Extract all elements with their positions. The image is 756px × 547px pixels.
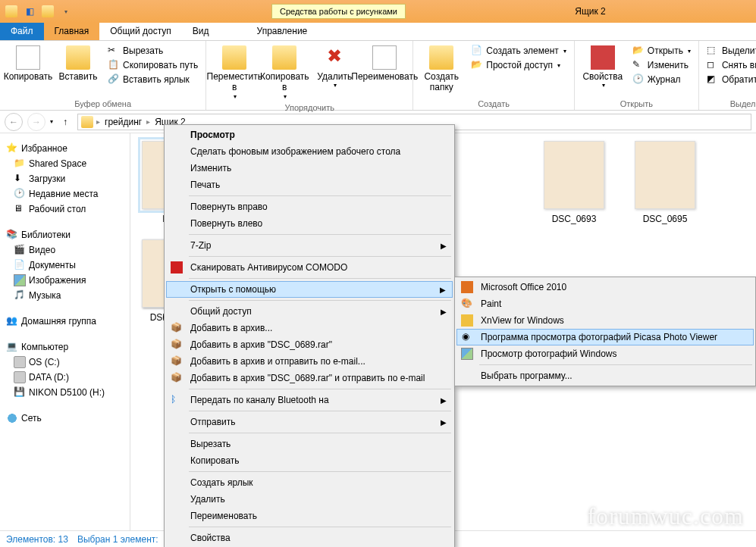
picasa-icon: ◉ [462, 331, 474, 343]
sub-winphoto[interactable]: Просмотр фотографий Windows [456, 345, 754, 362]
ctx-open-with[interactable]: Открыть с помощью▶ [166, 281, 453, 298]
separator [189, 527, 451, 527]
back-button[interactable]: ← [5, 113, 23, 131]
tab-file[interactable]: Файл [0, 23, 44, 40]
ctx-set-background[interactable]: Сделать фоновым изображением рабочего ст… [166, 143, 453, 160]
copyto-button[interactable]: Копировать в▾ [261, 44, 308, 102]
sidebar-video[interactable]: 🎬Видео [0, 242, 130, 258]
sidebar-documents[interactable]: 📄Документы [0, 258, 130, 273]
ctx-share[interactable]: Общий доступ▶ [166, 303, 453, 320]
up-button[interactable]: ↑ [58, 114, 73, 130]
sub-paint[interactable]: 🎨Paint [456, 295, 754, 312]
sdcard-icon: 💾 [14, 386, 26, 399]
sidebar-music[interactable]: 🎵Музыка [0, 288, 130, 303]
paste-button[interactable]: Вставить [55, 44, 102, 83]
file-item[interactable]: DSC_0695 [631, 141, 699, 224]
ctx-rename[interactable]: Переименовать [166, 508, 453, 524]
folder-icon [81, 116, 93, 128]
scissors-icon: ✂ [108, 45, 120, 57]
paint-icon: 🎨 [461, 298, 473, 310]
ctx-add-archive[interactable]: 📦Добавить в архив... [166, 320, 453, 336]
ctx-7zip[interactable]: 7-Zip▶ [166, 237, 453, 254]
ribbon-tabs: Файл Главная Общий доступ Вид Управление [0, 23, 756, 41]
tab-home[interactable]: Главная [44, 23, 100, 40]
edit-icon: ✎ [632, 59, 645, 71]
copy-button[interactable]: Копировать [5, 44, 52, 83]
sub-picasa[interactable]: ◉Программа просмотра фотографий Picasa P… [456, 329, 754, 345]
paste-shortcut-button[interactable]: 🔗Вставить ярлык [105, 73, 201, 86]
ctx-rotate-left[interactable]: Повернуть влево [166, 215, 453, 232]
ctx-rotate-right[interactable]: Повернуть вправо [166, 198, 453, 215]
qat-properties-icon[interactable]: ◧ [21, 3, 38, 20]
breadcrumb-1[interactable]: грейдинг [103, 117, 143, 127]
history-dropdown-icon[interactable]: ▾ [50, 118, 53, 125]
qat-icon[interactable] [3, 3, 20, 20]
qat-newfolder-icon[interactable] [39, 3, 56, 20]
ctx-archive-email[interactable]: 📦Добавить в архив и отправить по e-mail.… [166, 353, 453, 370]
sidebar-homegroup[interactable]: 👥Домашняя группа [0, 314, 130, 329]
sidebar-libraries[interactable]: 📚Библиотеки [0, 227, 130, 242]
tab-view[interactable]: Вид [182, 23, 220, 40]
sidebar-network[interactable]: Сеть [0, 411, 130, 426]
ctx-sendto[interactable]: Отправить▶ [166, 414, 453, 430]
newitem-button[interactable]: 📄Создать элемент▾ [468, 44, 569, 58]
selectall-icon: ⬚ [707, 45, 719, 57]
chevron-right-icon[interactable]: ▸ [146, 117, 150, 126]
ctx-copy[interactable]: Копировать [166, 452, 453, 469]
shortcut-icon: 🔗 [108, 73, 120, 86]
history-button[interactable]: 🕑Журнал [629, 73, 694, 86]
sidebar-drive-c[interactable]: OS (C:) [0, 355, 130, 370]
ctx-edit[interactable]: Изменить [166, 160, 453, 177]
chevron-right-icon[interactable]: ▸ [96, 117, 100, 126]
ctx-archive-named-email[interactable]: 📦Добавить в архив "DSC_0689.rar" и отпра… [166, 370, 453, 386]
sidebar-drive-h[interactable]: 💾NIKON D5100 (H:) [0, 385, 130, 400]
sidebar-desktop[interactable]: 🖥Рабочий стол [0, 202, 130, 217]
thumbnail [635, 141, 695, 209]
rename-button[interactable]: Переименовать [361, 44, 408, 83]
sub-choose-program[interactable]: Выбрать программу... [456, 367, 754, 384]
ctx-cut[interactable]: Вырезать [166, 436, 453, 452]
easyaccess-button[interactable]: 📂Простой доступ▾ [468, 58, 569, 72]
delete-button[interactable]: ✖Удалить▾ [311, 44, 358, 91]
sidebar-drive-d[interactable]: DATA (D:) [0, 370, 130, 385]
forward-button[interactable]: → [27, 113, 45, 131]
sidebar-computer[interactable]: 💻Компьютер [0, 339, 130, 355]
ctx-bluetooth[interactable]: ᛒПередать по каналу Bluetooth на▶ [166, 392, 453, 408]
file-item[interactable]: DSC_0693 [540, 141, 608, 224]
separator [189, 278, 451, 279]
properties-button[interactable]: Свойства▾ [579, 44, 626, 91]
copypath-button[interactable]: 📋Скопировать путь [105, 58, 201, 72]
tab-manage[interactable]: Управление [246, 23, 318, 40]
submenu-arrow-icon: ▶ [441, 242, 447, 250]
selectall-button[interactable]: ⬚Выделить все [704, 44, 756, 58]
ctx-view[interactable]: Просмотр [166, 127, 453, 143]
sidebar-recent[interactable]: 🕑Недавние места [0, 186, 130, 202]
invertselect-button[interactable]: ◩Обратить выдел [704, 73, 756, 86]
homegroup-icon: 👥 [6, 315, 18, 327]
submenu-arrow-icon: ▶ [441, 396, 447, 405]
edit-button[interactable]: ✎Изменить [629, 58, 694, 72]
moveto-button[interactable]: Переместить в▾ [211, 44, 258, 102]
ctx-scan-comodo[interactable]: Сканировать Антивирусом COMODO [166, 259, 453, 276]
status-item-count: Элементов: 13 [6, 534, 68, 545]
sub-xnview[interactable]: XnView for Windows [456, 312, 754, 329]
cut-button[interactable]: ✂Вырезать [105, 44, 201, 58]
ctx-add-archive-named[interactable]: 📦Добавить в архив "DSC_0689.rar" [166, 336, 453, 353]
tab-share[interactable]: Общий доступ [99, 23, 182, 40]
sidebar-pictures[interactable]: Изображения [0, 273, 130, 288]
separator [189, 300, 451, 301]
sidebar-downloads[interactable]: ⬇Загрузки [0, 171, 130, 186]
ctx-shortcut[interactable]: Создать ярлык [166, 474, 453, 491]
new-icon: 📄 [471, 45, 483, 57]
sub-office[interactable]: Microsoft Office 2010 [456, 279, 754, 295]
submenu-arrow-icon: ▶ [440, 286, 446, 294]
ctx-properties[interactable]: Свойства [166, 530, 453, 546]
open-button[interactable]: 📂Открыть▾ [629, 44, 694, 58]
newfolder-button[interactable]: Создать папку [418, 44, 465, 95]
sidebar-favorites[interactable]: ⭐Избранное [0, 141, 130, 156]
ctx-delete[interactable]: Удалить [166, 491, 453, 508]
selectnone-button[interactable]: ◻Снять выделени [704, 58, 756, 72]
ctx-print[interactable]: Печать [166, 177, 453, 193]
qat-dropdown-icon[interactable]: ▾ [58, 3, 74, 20]
sidebar-shared[interactable]: 📁Shared Space [0, 156, 130, 171]
